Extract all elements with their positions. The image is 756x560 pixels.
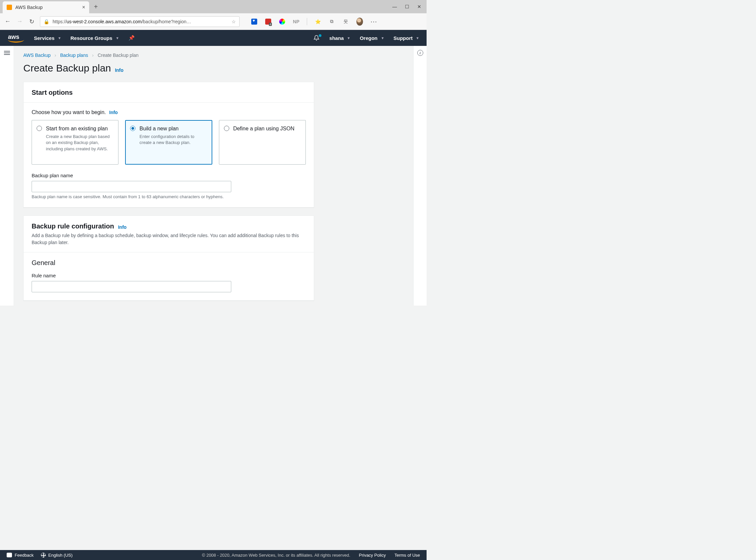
forward-button: → [16, 18, 23, 25]
backup-plan-name-hint: Backup plan name is case sensitive. Must… [32, 194, 306, 199]
panel-header: Start options [24, 82, 314, 103]
collections-icon[interactable]: ⧉ [328, 18, 335, 25]
chevron-right-icon: › [55, 53, 56, 58]
close-window-icon[interactable]: ✕ [417, 4, 421, 9]
rule-name-label: Rule name [32, 273, 306, 278]
notifications-bell-icon[interactable] [313, 35, 319, 41]
info-panel-toggle-icon[interactable]: i [417, 50, 423, 56]
breadcrumb-root[interactable]: AWS Backup [23, 53, 51, 58]
maximize-icon[interactable]: ☐ [405, 4, 409, 9]
aws-logo[interactable]: aws [8, 34, 24, 43]
chevron-right-icon: › [92, 53, 94, 58]
radio-icon [130, 126, 135, 131]
extension-np-icon[interactable]: NP [293, 18, 299, 25]
services-menu[interactable]: Services [34, 35, 61, 41]
info-link[interactable]: Info [118, 224, 127, 230]
aws-top-nav: aws Services Resource Groups 📌 shana Ore… [0, 30, 427, 46]
url-path: /backup/home?region… [142, 19, 191, 24]
close-tab-icon[interactable]: × [82, 4, 85, 10]
url-text: https://us-west-2.console.aws.amazon.com… [53, 19, 228, 24]
services-label: Services [34, 35, 55, 41]
panel-header: Backup rule configuration Info Add a Bac… [24, 216, 314, 253]
region-label: Oregon [360, 35, 377, 41]
url-domain: us-west-2.console.aws.amazon.com [66, 19, 142, 24]
back-button[interactable]: ← [4, 18, 11, 25]
tile-title: Start from an existing plan [46, 125, 114, 132]
radio-icon [224, 126, 229, 131]
browser-tab[interactable]: AWS Backup × [3, 1, 89, 13]
tile-build-new-plan[interactable]: Build a new plan Enter configuration det… [125, 120, 212, 165]
backup-plan-name-input[interactable] [32, 181, 231, 192]
support-label: Support [394, 35, 413, 41]
new-tab-button[interactable]: + [91, 2, 100, 11]
tile-desc: Create a new Backup plan based on an exi… [46, 134, 114, 153]
favorite-star-icon[interactable]: ☆ [232, 19, 236, 24]
tile-define-json[interactable]: Define a plan using JSON [219, 120, 306, 165]
sidebar-toggle-icon[interactable] [4, 50, 10, 56]
url-box[interactable]: 🔒 https://us-west-2.console.aws.amazon.c… [40, 16, 239, 27]
tile-title: Build a new plan [139, 125, 207, 132]
resource-groups-menu[interactable]: Resource Groups [71, 35, 118, 41]
info-link[interactable]: Info [115, 67, 123, 73]
info-link[interactable]: Info [109, 110, 118, 115]
url-prefix: https:// [53, 19, 66, 24]
tile-existing-plan[interactable]: Start from an existing plan Create a new… [32, 120, 118, 165]
person-icon[interactable]: 웃 [343, 18, 349, 25]
general-heading: General [32, 259, 306, 267]
breadcrumb: AWS Backup › Backup plans › Create Backu… [23, 53, 314, 58]
start-options-panel: Start options Choose how you want to beg… [23, 82, 314, 207]
breadcrumb-current: Create Backup plan [97, 53, 138, 58]
aws-favicon [7, 5, 12, 10]
tile-title: Define a plan using JSON [233, 125, 301, 132]
rule-config-desc: Add a Backup rule by defining a backup s… [32, 232, 306, 246]
tab-title: AWS Backup [15, 5, 79, 10]
account-menu[interactable]: shana [329, 35, 350, 41]
rule-name-input[interactable] [32, 281, 231, 292]
lock-icon: 🔒 [44, 19, 49, 24]
pin-icon[interactable]: 📌 [129, 35, 135, 41]
region-menu[interactable]: Oregon [360, 35, 383, 41]
window-controls: — ☐ ✕ [387, 4, 427, 9]
start-option-tiles: Start from an existing plan Create a new… [32, 120, 306, 165]
rule-config-panel: Backup rule configuration Info Add a Bac… [23, 216, 314, 301]
resource-groups-label: Resource Groups [71, 35, 113, 41]
address-bar: ← → ↻ 🔒 https://us-west-2.console.aws.am… [0, 13, 427, 30]
user-label: shana [329, 35, 344, 41]
profile-avatar[interactable] [356, 18, 363, 25]
backup-plan-name-label: Backup plan name [32, 173, 306, 178]
rule-config-header: Backup rule configuration [32, 222, 114, 230]
extension-icons: ♥ 4 NP ⭐ ⧉ 웃 ⋯ [251, 18, 378, 26]
favorites-icon[interactable]: ⭐ [314, 18, 321, 25]
extension-color-icon[interactable] [279, 18, 286, 25]
radio-icon [37, 126, 42, 131]
page-title: Create Backup plan [23, 62, 111, 74]
more-menu-icon[interactable]: ⋯ [370, 18, 378, 26]
extension-lastpass-icon[interactable]: 4 [265, 18, 272, 25]
minimize-icon[interactable]: — [392, 4, 397, 9]
tab-bar: AWS Backup × + — ☐ ✕ [0, 0, 427, 13]
start-options-header: Start options [32, 89, 73, 96]
main-scroll-area[interactable]: AWS Backup › Backup plans › Create Backu… [14, 46, 413, 306]
browser-chrome: AWS Backup × + — ☐ ✕ ← → ↻ 🔒 https://us-… [0, 0, 427, 30]
right-info-rail: i [413, 46, 427, 306]
breadcrumb-plans[interactable]: Backup plans [60, 53, 88, 58]
left-sidebar-rail [0, 46, 14, 306]
tile-desc: Enter configuration details to create a … [139, 134, 207, 146]
extension-heart-icon[interactable]: ♥ [251, 18, 257, 25]
divider [307, 18, 307, 25]
support-menu[interactable]: Support [394, 35, 419, 41]
refresh-button[interactable]: ↻ [28, 18, 35, 25]
choose-label: Choose how you want to begin. [32, 109, 106, 115]
